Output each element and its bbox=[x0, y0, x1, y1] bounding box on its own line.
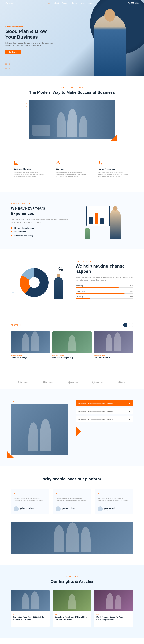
hero-person-silhouette bbox=[94, 14, 126, 76]
team-person-3 bbox=[81, 527, 90, 552]
logo-icon-5: ⬟ bbox=[118, 380, 121, 384]
blog-image-2 bbox=[53, 590, 91, 611]
logo-4: ⬡ CAPITAL bbox=[92, 380, 104, 384]
exp-item-3: Financial Consultancy bbox=[11, 235, 69, 237]
portfolio-grid: Business Strategy Customer Strategy Busi… bbox=[11, 332, 133, 358]
progress-management: Management 85% bbox=[75, 290, 133, 294]
blog-post-title-1: Consulting Fees Study 2025|And How To Ra… bbox=[13, 616, 48, 621]
blog-person-2 bbox=[31, 592, 39, 610]
avatar-3 bbox=[98, 506, 103, 512]
person-2 bbox=[68, 108, 77, 138]
author-name-2: Barbara P. Fisher bbox=[62, 507, 75, 509]
logo-icon-4: ⬡ bbox=[92, 380, 95, 384]
blog-people-3 bbox=[94, 590, 133, 611]
faq-tag: FAQ bbox=[11, 400, 69, 402]
faq-item-2[interactable]: How would I go about planning for my ret… bbox=[75, 408, 133, 414]
author-role-3: Designer bbox=[104, 509, 116, 511]
nav-services[interactable]: Services bbox=[62, 2, 69, 4]
pi-person-2 bbox=[31, 332, 39, 351]
progress-bar-consulting bbox=[75, 298, 133, 299]
author-info-1: Robert L. Wallace Designer bbox=[20, 507, 34, 511]
help-right: Meet the Agency We help making change ha… bbox=[75, 260, 133, 301]
faq-section: FAQ How would I go about planning for my… bbox=[0, 390, 144, 466]
help-person-head bbox=[57, 274, 60, 278]
blog-card-1: Jan Consulting Fees Study 2025|And How T… bbox=[11, 590, 50, 628]
portfolio-img-people-3 bbox=[104, 332, 123, 353]
faq-question-3: How would I go about planning for my ret… bbox=[78, 418, 130, 420]
nav-about[interactable]: About bbox=[54, 2, 59, 4]
progress-value-3: 25% bbox=[130, 296, 133, 298]
nav-pages[interactable]: Pages bbox=[72, 2, 77, 4]
about-tag: About The Agency bbox=[11, 87, 133, 88]
hero-title: Good Plan & Grow Your Business bbox=[5, 28, 56, 40]
pi-person-4 bbox=[106, 334, 112, 351]
experience-title: We have 25+Years Experiences bbox=[11, 206, 69, 216]
author-role-1: Designer bbox=[20, 509, 34, 511]
nav-news[interactable]: News bbox=[81, 2, 85, 4]
portfolio-img-people-2 bbox=[67, 332, 77, 353]
help-dots bbox=[11, 292, 16, 295]
author-name-1: Robert L. Wallace bbox=[20, 507, 34, 509]
blog-link-2[interactable]: Read More bbox=[55, 623, 62, 625]
testimonials-grid: ❝ Lorem ipsum dolor sit amet consectetue… bbox=[11, 489, 133, 514]
blog-people-1 bbox=[11, 590, 50, 611]
exp-dot-3 bbox=[11, 235, 12, 236]
blog-image-1 bbox=[11, 590, 50, 611]
help-left: % bbox=[11, 264, 69, 297]
help-tag: Meet the Agency bbox=[75, 260, 133, 262]
testimonial-author-2: Barbara P. Fisher Designer bbox=[56, 506, 88, 512]
experience-illustration bbox=[85, 202, 124, 239]
blog-grid: Jan Consulting Fees Study 2025|And How T… bbox=[11, 590, 133, 628]
exp-dot-2 bbox=[11, 231, 12, 232]
blog-card-2: Jan Consulting Fees Study 2025|And How T… bbox=[53, 590, 91, 628]
pi-person-5 bbox=[114, 332, 121, 351]
hero-tag: Business Planning bbox=[5, 25, 56, 27]
testimonial-card-3: ❝ Lorem ipsum dolor sit amet consectetue… bbox=[95, 489, 133, 514]
progress-fill-management bbox=[75, 293, 125, 294]
testimonial-card-2: ❝ Lorem ipsum dolor sit amet consectetue… bbox=[53, 489, 91, 514]
faq-chevron-3: ▼ bbox=[129, 418, 130, 420]
testimonial-card-1: ❝ Lorem ipsum dolor sit amet consectetue… bbox=[11, 489, 49, 514]
faq-chevron-2: ▼ bbox=[129, 410, 130, 412]
portfolio-name-2: Flexibility & Adaptability bbox=[52, 356, 92, 358]
footer: Consult f t in g+ yt bbox=[0, 638, 144, 644]
blog-section: Latest News Our Insights & Articles Jan … bbox=[0, 565, 144, 638]
nav-contact[interactable]: Contact bbox=[88, 2, 94, 4]
author-info-3: Andrea G. Cole Designer bbox=[104, 507, 116, 511]
faq-item-3[interactable]: How would I go about planning for my ret… bbox=[75, 416, 133, 422]
faq-item-1[interactable]: How would I go about planning for my ret… bbox=[75, 400, 133, 406]
blog-person-5 bbox=[115, 595, 122, 610]
blog-title: Our Insights & Articles bbox=[11, 579, 133, 584]
nav-logo[interactable]: Consult bbox=[5, 2, 14, 4]
feature-text-3: Lorem ipsum dolor sit amet consectetuer … bbox=[98, 171, 130, 178]
quote-icon-2: ❝ bbox=[56, 492, 88, 496]
progress-marketing: Marketing 75% bbox=[75, 285, 133, 288]
blog-post-title-3: Don't Focus on Leads For Your Consulting… bbox=[96, 616, 131, 621]
blog-link-3[interactable]: Read More bbox=[96, 623, 104, 625]
logo-name-5: Corp bbox=[122, 381, 126, 383]
features-row: Business Planning Lorem ipsum dolor sit … bbox=[0, 154, 144, 192]
portfolio-name-1: Customer Strategy bbox=[11, 356, 50, 358]
blog-link-1[interactable]: Read More bbox=[13, 623, 20, 625]
progress-fill-marketing bbox=[75, 288, 119, 288]
progress-label-management: Management 85% bbox=[75, 290, 133, 292]
portfolio-prev-btn[interactable]: ← bbox=[123, 323, 128, 327]
portfolio-category-2: Business Strategy bbox=[52, 354, 92, 356]
blog-person-1 bbox=[22, 593, 29, 610]
logo-icon-3: ◉ bbox=[68, 380, 71, 384]
faq-image-container bbox=[11, 404, 69, 455]
nav-home[interactable]: Home bbox=[46, 2, 51, 4]
hero-content: Business Planning Good Plan & Grow Your … bbox=[5, 25, 56, 54]
exp-dot-1 bbox=[11, 227, 12, 229]
portfolio-header: Portfolio ← → bbox=[11, 323, 133, 327]
exp-item-1: Strategy Consultations bbox=[11, 227, 69, 229]
faq-orange-triangle bbox=[7, 451, 14, 458]
portfolio-next-btn[interactable]: → bbox=[129, 323, 133, 327]
svg-point-1 bbox=[58, 162, 59, 163]
hero-cta-button[interactable]: Get Started bbox=[5, 50, 21, 54]
portfolio-name-3: Corporate Finance bbox=[94, 356, 133, 358]
chart-bar-1 bbox=[89, 216, 93, 224]
table-illustration bbox=[32, 125, 50, 136]
testimonials-section: Why people loves our platform ❝ Lorem ip… bbox=[0, 466, 144, 565]
faq-question-text-1: How would I go about planning for my ret… bbox=[78, 402, 114, 404]
